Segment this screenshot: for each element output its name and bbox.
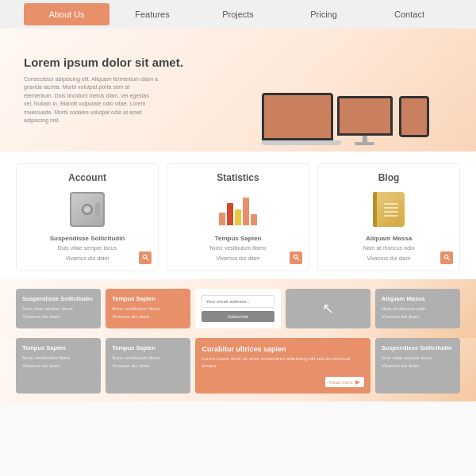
account-icon-area (67, 190, 107, 229)
features-section: Account Suspendisse Sollicitudin Duis vi… (0, 152, 476, 279)
statistics-title: Statistics (175, 172, 301, 183)
monitor-stand (363, 136, 367, 142)
chart-icon (219, 194, 257, 225)
laptop-screen (262, 93, 333, 140)
hero-section: Lorem ipsum dolor sit amet. Consectetur … (0, 29, 476, 152)
svg-line-1 (146, 259, 148, 261)
hero-title: Lorem ipsum dolor sit amet. (24, 56, 238, 69)
grid-cell-r2-wide: Curabitur ultrices sapien Lorem ipsum do… (195, 338, 370, 393)
navigation: About Us Features Projects Pricing Conta… (0, 0, 476, 29)
bottom-grid-row2: Tempus Sapien Nunc vestibulum libero Viv… (0, 338, 476, 401)
blog-icon-area (369, 190, 409, 229)
grid-cell-5: Aliquam Massa Nam at rhoncus odio Vivamu… (375, 289, 460, 328)
hero-text: Lorem ipsum dolor sit amet. Consectetur … (24, 56, 238, 125)
grid-cell-r2-2: Tempus Sapien Nunc vestibulum libero Viv… (106, 338, 190, 393)
nav-item-features[interactable]: Features (109, 3, 195, 25)
statistics-card: Statistics Tempus Sapien Nunc vestibulum… (167, 163, 309, 271)
grid-cell-2: Tempus Sapien Nunc vestibulum libero Viv… (106, 289, 190, 328)
safe-dial (82, 204, 93, 215)
account-text: Suspendisse Sollicitudin Duis vitae semp… (25, 234, 150, 263)
svg-line-5 (447, 259, 450, 261)
monitor-screen (337, 96, 393, 136)
subscribe-cell: Subscribe (195, 289, 280, 328)
safe-icon (70, 192, 105, 227)
cursor-cell: ↖ (286, 289, 370, 328)
account-card: Account Suspendisse Sollicitudin Duis vi… (16, 163, 159, 271)
grid-cell-1: Suspendisse Sollicitudin Duis vitae semp… (16, 289, 101, 328)
book-lines (384, 203, 398, 217)
laptop-icon (262, 93, 341, 145)
hero-devices (238, 29, 452, 152)
monitor-foot (355, 142, 374, 145)
bottom-grid-row1: Suspendisse Sollicitudin Duis vitae semp… (0, 279, 476, 338)
svg-line-3 (297, 259, 299, 261)
svg-point-0 (143, 255, 147, 259)
laptop-base (262, 140, 341, 145)
blog-title: Blog (326, 172, 451, 183)
blog-text: Aliquam Massa Nam at rhoncus odio Vivamu… (326, 234, 451, 263)
svg-point-2 (294, 255, 298, 259)
nav-item-pricing[interactable]: Pricing (281, 3, 367, 25)
cursor-icon: ↖ (322, 300, 334, 317)
statistics-icon-area (218, 190, 258, 229)
nav-item-about[interactable]: About Us (24, 3, 109, 25)
account-title: Account (25, 172, 150, 183)
account-search-button[interactable] (139, 251, 152, 264)
svg-point-4 (444, 255, 448, 259)
monitor-icon (337, 96, 393, 145)
book-icon (373, 192, 405, 227)
email-input[interactable] (202, 295, 274, 308)
grid-cell-r2-5: Suspendisse Sollicitudin Duis vitae semp… (375, 338, 460, 393)
read-more-button[interactable]: Read more ▶ (325, 377, 364, 387)
subscribe-button[interactable]: Subscribe (202, 311, 274, 322)
grid-cell-r2-1: Tempus Sapien Nunc vestibulum libero Viv… (16, 338, 101, 393)
statistics-search-button[interactable] (290, 251, 302, 264)
hero-description: Consectetur adipiscing elit. Aliquam fer… (24, 75, 159, 125)
blog-search-button[interactable] (440, 251, 453, 264)
blog-card: Blog Aliquam Massa Nam at rhoncus odio V… (317, 163, 460, 271)
safe-handle (95, 202, 100, 217)
nav-item-projects[interactable]: Projects (195, 3, 281, 25)
nav-item-contact[interactable]: Contact (367, 3, 452, 25)
tablet-icon (399, 96, 429, 137)
statistics-text: Tempus Sapien Nunc vestibulum libero Viv… (175, 234, 301, 263)
